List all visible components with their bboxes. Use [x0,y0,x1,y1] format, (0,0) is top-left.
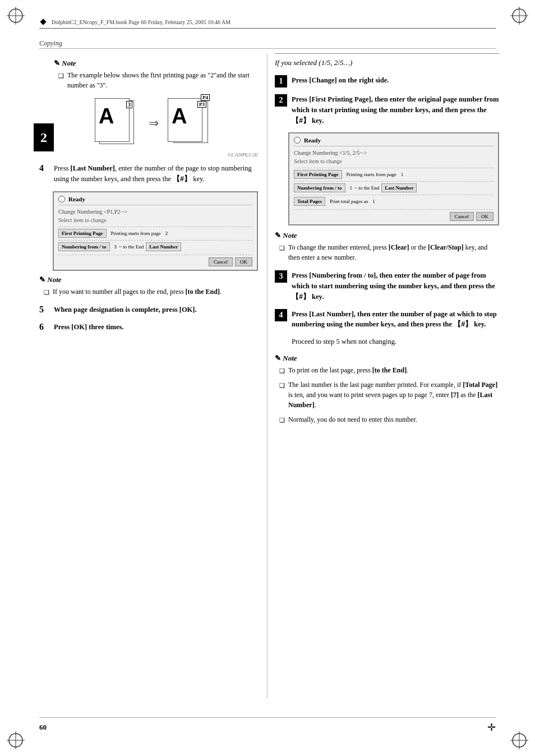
ready-circle-1 [58,196,65,202]
ready-cancel-1[interactable]: Cancel [209,257,233,266]
ready-btn-total-pages[interactable]: Total Pages [294,197,325,206]
page-number: 60 [39,723,47,732]
note-4-item2: The last number is the last page number … [279,380,499,410]
ready-ok-2[interactable]: OK [476,212,494,221]
ready-select-1: Select item to change [58,217,252,223]
section-label: Copying [39,39,62,48]
page-footer: 60 ✛ [39,717,496,734]
ready-btn-numbering-2[interactable]: Numbering from / to [294,183,345,192]
diamond-icon [39,18,47,26]
ready-footer-2: Cancel OK [294,209,494,221]
proceed-text: Proceed to step 5 when not changing. [292,336,499,347]
step-5-text: When page designation is complete, press… [54,305,197,315]
page-num-right-p4: P4 [201,94,210,101]
ready-cancel-2[interactable]: Cancel [450,212,474,221]
page-stack-left: A 3 [95,98,140,149]
header-filename: DolphinC2_ENcopy_F_FM.book Page 60 Frida… [52,19,230,25]
step-4-left: 4 Press [Last Number], enter the number … [39,163,258,185]
page-num-left: 3 [126,101,132,108]
step-4-right-text: Press [Last Number], then enter the numb… [292,309,499,330]
ready-panel-2-title: Ready [294,137,494,146]
page-num-right-p3: P3 [197,101,206,108]
ready-row2-val-2: 1 [350,185,353,191]
note-2: Note If you want to number all pages to … [39,275,258,297]
ready-row3-val-2: 1 [372,199,375,204]
ready-subtitle-1: Change Numbering <P1,P2···> [58,209,252,215]
section-divider [39,48,496,49]
right-title: If you selected (1/5, 2/5…) [275,53,499,67]
note-2-item1: If you want to number all pages to the e… [44,287,258,297]
page-letter-left: A [99,104,114,128]
step-4-right-num: 4 [275,309,287,321]
note-3-title: Note [275,231,499,240]
ready-select-2: Select item to change [294,158,494,164]
ready-panel-1: Ready Change Numbering <P1,P2···> Select… [53,191,258,271]
ready-btn-first-page-2[interactable]: First Printing Page [294,170,342,179]
ready-btn-first-page-1[interactable]: First Printing Page [58,229,107,238]
note-1-title: Note [54,59,258,68]
step-2-right: 2 Press [First Printing Page], then ente… [275,94,499,126]
step-6-num: 6 [39,322,49,332]
ready-tilde-2: ~ to the End [354,185,379,191]
ready-panel-1-title: Ready [58,196,252,205]
step-5-left: 5 When page designation is complete, pre… [39,305,258,315]
step-4-left-num: 4 [39,163,49,173]
step-4-right: 4 Press [Last Number], then enter the nu… [275,309,499,330]
page-card-front-right: A P3 P4 [168,98,202,142]
ready-row-2b: Numbering from / to 1 ~ to the End Last … [294,181,494,192]
ready-row1-label-1: Printing starts from page [111,231,161,236]
step-1-right-text: Press [Change] on the right side. [292,75,389,86]
image-caption: GCANPE2-2E [54,152,258,158]
note-4-item1: To print on the last page, press [to the… [279,365,499,376]
ready-row2-val-1: 3 [114,244,117,250]
arrow-icon: ⇒ [149,116,159,131]
footer-cross-icon: ✛ [487,721,496,734]
ready-row3-label-2: Print total pages as [330,199,368,204]
step-2-right-text: Press [First Printing Page], then enter … [292,94,499,126]
reg-mark-tl [7,7,25,25]
ready-ok-1[interactable]: OK [235,257,252,266]
note-4-title: Note [275,354,499,363]
note-3-item1: To change the number entered, press [Cle… [279,242,499,262]
ready-circle-2 [294,137,301,144]
ready-btn-last-2[interactable]: Last Number [381,183,417,192]
reg-mark-tr [510,7,528,25]
note-4: Note To print on the last page, press [t… [275,354,499,425]
step-6-left: 6 Press [OK] three times. [39,322,258,333]
step-3-right-text: Press [Numbering from / to], then enter … [292,270,499,302]
illustration-area: A 3 ⇒ A P3 P4 [54,98,258,149]
step-6-text: Press [OK] three times. [54,322,124,333]
ready-row1-val-1: 2 [165,231,168,236]
ready-panel-2: Ready Change Numbering <1/5, 2/5···> Sel… [288,132,499,225]
ready-row-2a: First Printing Page Printing starts from… [294,168,494,179]
note-4-item3: Normally, you do not need to enter this … [279,414,499,425]
step-4-left-text: Press [Last Number], enter the number of… [54,163,258,185]
step-3-right-num: 3 [275,270,287,283]
ready-btn-last-1[interactable]: Last Number [146,242,181,251]
ready-row1-label-2: Printing starts from page [347,172,396,177]
page-stack-right: A P3 P4 [168,98,213,149]
note-1: Note The example below shows the first p… [54,59,258,90]
note-1-item1: The example below shows the first printi… [58,70,258,90]
note-3: Note To change the number entered, press… [275,231,499,262]
step-2-right-num: 2 [275,94,287,107]
ready-tilde-1: ~ to the End [119,244,144,250]
step-5-num: 5 [39,305,49,315]
ready-row-1a: First Printing Page Printing starts from… [58,227,252,238]
reg-mark-br [510,731,528,749]
ready-row-2c: Total Pages Print total pages as 1 [294,195,494,206]
right-column: If you selected (1/5, 2/5…) 1 Press [Cha… [275,53,499,433]
step-1-right-num: 1 [275,75,287,87]
column-divider [267,53,268,698]
page-card-front-left: A 3 [95,98,130,142]
ready-btn-numbering-1[interactable]: Numbering from / to [58,242,110,251]
ready-subtitle-2: Change Numbering <1/5, 2/5···> [294,150,494,156]
ready-footer-1: Cancel OK [58,255,252,266]
step-3-right: 3 Press [Numbering from / to], then ente… [275,270,499,302]
step-1-right: 1 Press [Change] on the right side. [275,75,499,87]
page-letter-right: A [172,104,187,128]
ready-row-1b: Numbering from / to 3 ~ to the End Last … [58,240,252,251]
svg-rect-12 [40,19,46,25]
ready-row1-val-2: 1 [401,172,404,177]
note-2-title: Note [39,275,258,284]
